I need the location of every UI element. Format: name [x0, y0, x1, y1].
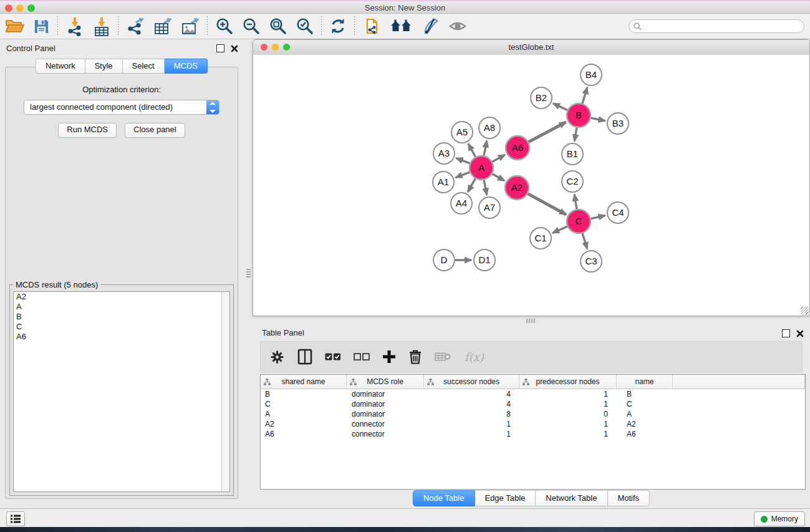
float-panel-icon[interactable] — [216, 44, 224, 52]
table-cell: C — [261, 399, 347, 409]
export-network-icon[interactable] — [122, 16, 149, 37]
delete-column-icon[interactable] — [408, 349, 422, 365]
table-cell: 1 — [424, 419, 519, 429]
column-header-successor-nodes[interactable]: successor nodes — [424, 375, 519, 389]
graph-node-A3[interactable]: A3 — [433, 143, 455, 164]
graph-node-A[interactable]: A — [470, 156, 493, 180]
table-row[interactable]: Adominator80A — [261, 409, 805, 419]
table-row[interactable]: A2connector11A2 — [261, 419, 805, 429]
column-header-predecessor-nodes[interactable]: predecessor nodes — [519, 375, 617, 389]
table-row[interactable]: A6connector11A6 — [261, 429, 805, 439]
show-columns-icon[interactable] — [297, 349, 312, 365]
zoom-out-icon[interactable] — [238, 16, 264, 37]
close-panel-icon[interactable] — [796, 329, 804, 340]
criterion-dropdown[interactable]: largest connected component (directed) — [24, 100, 219, 115]
mcds-result-item[interactable]: B — [14, 312, 229, 322]
graph-node-C4[interactable]: C4 — [607, 202, 629, 223]
graph-node-C3[interactable]: C3 — [581, 251, 602, 272]
graph-node-B3[interactable]: B3 — [607, 113, 629, 134]
show-hide-style-icon[interactable] — [417, 16, 444, 37]
eye-icon[interactable] — [444, 16, 471, 37]
graph-node-A1[interactable]: A1 — [433, 172, 454, 193]
export-image-icon[interactable] — [176, 16, 204, 37]
graph-node-B4[interactable]: B4 — [581, 64, 602, 85]
graph-node-A5[interactable]: A5 — [451, 122, 473, 143]
graph-node-B[interactable]: B — [567, 104, 591, 127]
tab-motifs[interactable]: Motifs — [607, 490, 650, 506]
search-input[interactable] — [629, 19, 804, 33]
graph-edge-A-A4 — [468, 178, 475, 191]
network-canvas[interactable]: AA1A2A3A4A5A6A7A8BB1B2B3B4CC1C2C3C4DD1 — [253, 55, 809, 316]
task-history-button[interactable] — [6, 511, 25, 526]
add-column-icon[interactable] — [382, 350, 396, 364]
close-panel-icon[interactable] — [231, 44, 238, 55]
mcds-result-item[interactable]: A — [14, 302, 229, 312]
graph-node-A4[interactable]: A4 — [451, 193, 472, 214]
export-table-icon[interactable] — [149, 16, 176, 37]
sort-icon — [350, 379, 357, 385]
table-row[interactable]: Bdominator41B — [261, 389, 805, 399]
toolbar-separator — [321, 16, 322, 36]
graph-node-D[interactable]: D — [433, 249, 455, 271]
memory-button[interactable]: Memory — [754, 511, 805, 526]
mcds-result-item[interactable]: C — [14, 322, 229, 332]
window-resize-handle[interactable] — [801, 307, 809, 315]
network-window-titlebar[interactable]: testGlobe.txt — [253, 40, 809, 56]
table-settings-icon[interactable] — [269, 349, 285, 365]
graph-node-A8[interactable]: A8 — [479, 117, 500, 138]
graph-edge-C-C4 — [591, 216, 605, 219]
column-header-name[interactable]: name — [617, 375, 673, 389]
graph-node-B2[interactable]: B2 — [531, 87, 552, 109]
svg-text:C: C — [576, 216, 582, 226]
window-title: Session: New Session — [0, 3, 810, 12]
run-mcds-button[interactable]: Run MCDS — [58, 123, 117, 138]
tab-edge-table[interactable]: Edge Table — [475, 490, 536, 506]
graph-edge-B-B3 — [591, 118, 605, 121]
scrollbar-track[interactable] — [221, 292, 229, 491]
tab-style[interactable]: Style — [85, 59, 123, 74]
tab-network-table[interactable]: Network Table — [536, 490, 607, 506]
mcds-result-item[interactable]: A2 — [14, 292, 229, 302]
panel-divider-handle[interactable] — [246, 269, 251, 279]
table-row[interactable]: Cdominator41C — [261, 399, 805, 409]
graph-node-C1[interactable]: C1 — [530, 228, 551, 249]
function-builder-icon[interactable]: f(x) — [465, 351, 484, 364]
tab-network[interactable]: Network — [36, 59, 85, 74]
table-body: Bdominator41BCdominator41CAdominator80AA… — [261, 389, 805, 439]
refresh-network-icon[interactable] — [325, 16, 351, 37]
column-header-empty — [673, 375, 805, 389]
graph-node-C[interactable]: C — [567, 210, 591, 233]
column-header-shared-name[interactable]: shared name — [261, 375, 347, 389]
graph-node-A7[interactable]: A7 — [479, 197, 500, 218]
save-session-icon[interactable] — [29, 16, 54, 37]
tab-node-table[interactable]: Node Table — [413, 490, 475, 506]
table-cell: 1 — [519, 429, 617, 439]
close-panel-button[interactable]: Close panel — [125, 123, 185, 138]
float-panel-icon[interactable] — [782, 329, 790, 337]
zoom-in-icon[interactable] — [211, 16, 238, 37]
graph-node-A6[interactable]: A6 — [506, 136, 529, 160]
mcds-result-list[interactable]: A2ABCA6 — [13, 291, 230, 492]
delete-table-icon[interactable] — [435, 351, 451, 362]
network-overview-icon[interactable] — [358, 16, 385, 37]
graph-node-C2[interactable]: C2 — [562, 171, 583, 192]
home-icon[interactable] — [385, 16, 417, 37]
zoom-selected-icon[interactable] — [291, 16, 318, 37]
mcds-result-item[interactable]: A6 — [14, 332, 229, 342]
zoom-fit-icon[interactable] — [264, 16, 291, 37]
graph-node-D1[interactable]: D1 — [474, 249, 495, 271]
import-network-icon[interactable] — [61, 16, 89, 37]
deselect-all-columns-icon[interactable] — [354, 352, 370, 361]
tab-select[interactable]: Select — [123, 59, 165, 74]
select-all-columns-icon[interactable] — [325, 352, 341, 361]
open-session-icon[interactable] — [0, 16, 29, 37]
panel-divider-handle[interactable] — [526, 319, 536, 323]
table-cell: connector — [347, 419, 424, 429]
import-table-icon[interactable] — [89, 16, 115, 37]
graph-node-A2[interactable]: A2 — [505, 176, 529, 200]
tab-mcds[interactable]: MCDS — [165, 59, 208, 74]
graph-node-B1[interactable]: B1 — [562, 143, 583, 165]
table-tabs: Node Table Edge Table Network Table Moti… — [413, 490, 650, 506]
column-header-mcds-role[interactable]: MCDS role — [347, 375, 424, 389]
svg-text:A4: A4 — [456, 198, 467, 208]
